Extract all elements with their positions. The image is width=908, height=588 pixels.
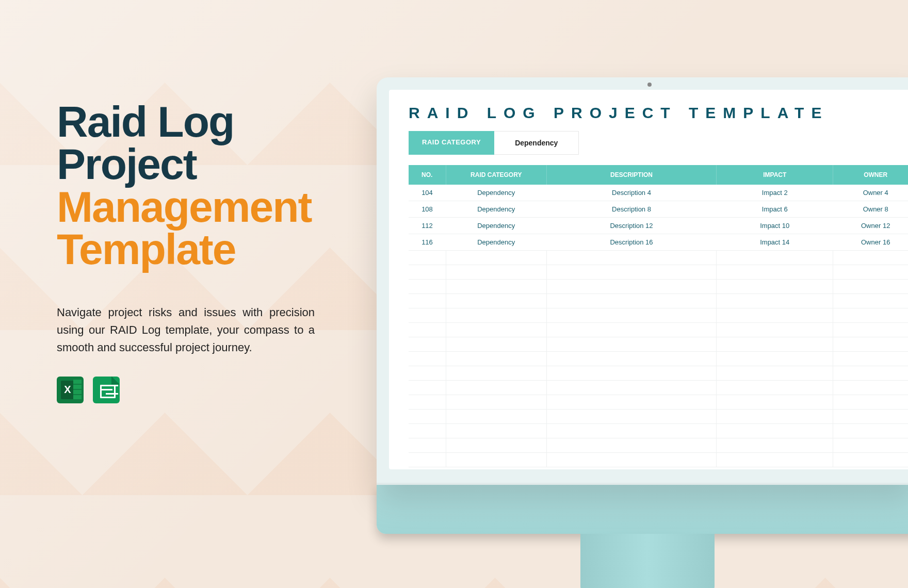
empty-row xyxy=(409,424,908,438)
raid-table: NO. RAID CATEGORY DESCRIPTION IMPACT OWN… xyxy=(409,165,908,467)
table-row[interactable]: 116DependencyDescription 16Impact 14Owne… xyxy=(409,234,908,251)
cell-description: Description 12 xyxy=(546,218,716,234)
cell-impact: Impact 14 xyxy=(717,234,833,251)
empty-row xyxy=(409,308,908,323)
filter-label[interactable]: RAID CATEGORY xyxy=(409,131,494,155)
empty-row xyxy=(409,410,908,424)
empty-row xyxy=(409,366,908,381)
camera-dot xyxy=(647,83,652,87)
col-header-impact: IMPACT xyxy=(717,165,833,185)
cell-owner: Owner 4 xyxy=(833,185,908,201)
cell-impact: Impact 6 xyxy=(717,201,833,218)
cell-category: Dependency xyxy=(446,218,546,234)
cell-owner: Owner 8 xyxy=(833,201,908,218)
empty-row xyxy=(409,294,908,308)
cell-description: Description 4 xyxy=(546,185,716,201)
cell-category: Dependency xyxy=(446,185,546,201)
empty-row xyxy=(409,395,908,410)
monitor-chin xyxy=(377,485,908,534)
empty-row xyxy=(409,280,908,294)
monitor-mockup: RAID LOG PROJECT TEMPLATE RAID CATEGORY … xyxy=(377,77,908,588)
headline-line1b: Project xyxy=(57,143,320,185)
col-header-owner: OWNER xyxy=(833,165,908,185)
screen-content: RAID LOG PROJECT TEMPLATE RAID CATEGORY … xyxy=(389,90,908,469)
empty-row xyxy=(409,265,908,280)
empty-row xyxy=(409,352,908,366)
headline-line1: Raid Log xyxy=(57,101,320,143)
col-header-no: NO. xyxy=(409,165,446,185)
left-content: Raid Log Project Management Template Nav… xyxy=(57,101,320,403)
description-text: Navigate project risks and issues with p… xyxy=(57,304,315,356)
google-sheets-icon xyxy=(93,377,120,403)
cell-no: 104 xyxy=(409,185,446,201)
sheet-title: RAID LOG PROJECT TEMPLATE xyxy=(409,104,908,122)
cell-category: Dependency xyxy=(446,201,546,218)
table-row[interactable]: 104DependencyDescription 4Impact 2Owner … xyxy=(409,185,908,201)
col-header-category: RAID CATEGORY xyxy=(446,165,546,185)
filter-value[interactable]: Dependency xyxy=(494,131,579,155)
empty-row xyxy=(409,323,908,337)
cell-owner: Owner 12 xyxy=(833,218,908,234)
app-icons-row xyxy=(57,377,320,403)
empty-row xyxy=(409,453,908,467)
cell-description: Description 16 xyxy=(546,234,716,251)
cell-description: Description 8 xyxy=(546,201,716,218)
empty-row xyxy=(409,381,908,395)
empty-row xyxy=(409,438,908,453)
filter-tabs: RAID CATEGORY Dependency xyxy=(409,131,908,155)
cell-no: 108 xyxy=(409,201,446,218)
table-row[interactable]: 112DependencyDescription 12Impact 10Owne… xyxy=(409,218,908,234)
headline-line2: Management xyxy=(57,186,320,228)
excel-icon xyxy=(57,377,84,403)
empty-row xyxy=(409,337,908,352)
cell-no: 112 xyxy=(409,218,446,234)
cell-impact: Impact 10 xyxy=(717,218,833,234)
monitor-bezel: RAID LOG PROJECT TEMPLATE RAID CATEGORY … xyxy=(377,77,908,485)
page-title: Raid Log Project Management Template xyxy=(57,101,320,270)
table-body: 104DependencyDescription 4Impact 2Owner … xyxy=(409,185,908,467)
table-row[interactable]: 108DependencyDescription 8Impact 6Owner … xyxy=(409,201,908,218)
headline-line2b: Template xyxy=(57,228,320,270)
cell-impact: Impact 2 xyxy=(717,185,833,201)
empty-row xyxy=(409,251,908,265)
col-header-description: DESCRIPTION xyxy=(546,165,716,185)
table-header-row: NO. RAID CATEGORY DESCRIPTION IMPACT OWN… xyxy=(409,165,908,185)
monitor-stand xyxy=(580,534,715,588)
cell-category: Dependency xyxy=(446,234,546,251)
cell-no: 116 xyxy=(409,234,446,251)
cell-owner: Owner 16 xyxy=(833,234,908,251)
